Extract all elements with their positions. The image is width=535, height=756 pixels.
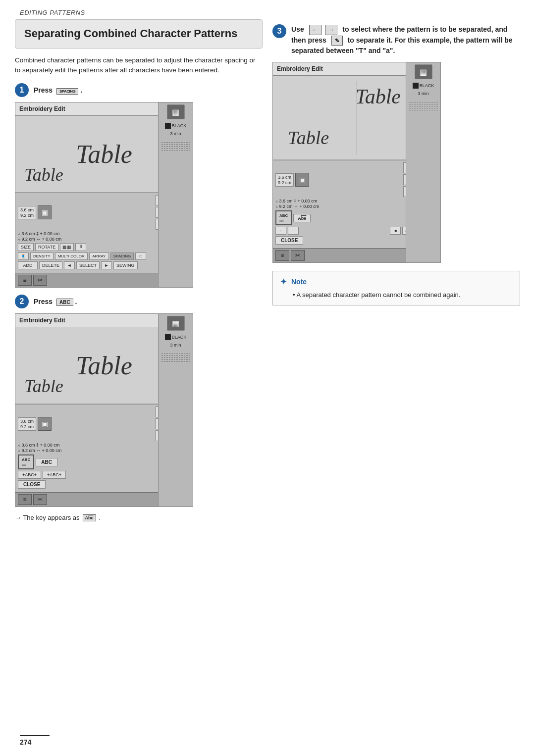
- pattern-icon-3: ▣: [295, 173, 309, 187]
- pencil-btn[interactable]: ✎: [331, 36, 343, 46]
- title-box: Separating Combined Character Patterns: [15, 19, 263, 49]
- time-label-2: 3 min: [170, 343, 181, 348]
- arrow-right-btn-3[interactable]: →: [288, 227, 299, 235]
- step-2-note: → The key appears as Abc .: [15, 514, 263, 521]
- color-swatch-3: [413, 83, 419, 89]
- size-display-2: 3.6 cm 9.2 cm: [18, 417, 36, 431]
- screen-1-title: Embroidery Edit: [19, 105, 65, 112]
- abe-3[interactable]: Abe: [293, 214, 311, 222]
- spool-icon-2: ▦: [167, 316, 185, 331]
- thread-lines-1: [161, 141, 190, 152]
- intro-text: Combined character patterns can be separ…: [15, 55, 263, 76]
- page-header: EDITING PATTERNS: [0, 0, 535, 19]
- page-number: 274: [20, 735, 50, 746]
- separation-line: [357, 81, 357, 154]
- step-1-label: Press SPACING .: [34, 86, 82, 95]
- screen-3-title: Embroidery Edit: [277, 65, 323, 72]
- right-panel-3: ▦ BLACK 3 min: [406, 62, 440, 262]
- left-column: Separating Combined Character Patterns C…: [15, 19, 263, 528]
- needle-btn-1[interactable]: 🧵: [18, 252, 29, 260]
- select-btn-1[interactable]: SELECT: [76, 261, 100, 269]
- step-3-circle: 3: [272, 24, 286, 38]
- delete-btn-1[interactable]: DELETE: [39, 261, 62, 269]
- step-2-header: 2 Press ABC .: [15, 295, 263, 308]
- abc-plus-left-btn[interactable]: +ABC+: [18, 471, 41, 479]
- step-3-screen: Embroidery Edit ⌂ Table Table ▦: [272, 62, 441, 263]
- select-prev-3[interactable]: ◄: [390, 227, 401, 235]
- add-btn-1[interactable]: ADD: [18, 261, 38, 269]
- grid-btn-1[interactable]: ▦▦: [60, 243, 74, 251]
- canvas-text-big-2: Table: [76, 351, 132, 380]
- color-info-3: BLACK: [413, 83, 434, 89]
- right-arrow-btn[interactable]: →: [325, 25, 337, 35]
- menu-icon-1[interactable]: ≡: [18, 275, 32, 286]
- canvas-text-big-1: Table: [76, 140, 132, 169]
- right-column: 3 Use ← → to select where the pattern is…: [272, 19, 520, 528]
- screen-2-title: Embroidery Edit: [19, 317, 65, 324]
- spacing-btn-1[interactable]: SPACING: [110, 252, 134, 260]
- size-display-1: 3.6 cm 9.2 cm: [18, 206, 36, 219]
- spacer-1: [49, 275, 160, 286]
- scissors-icon-1[interactable]: ✂: [33, 275, 47, 286]
- array-btn-1[interactable]: ARRAY: [89, 252, 109, 260]
- sewing-btn-1[interactable]: SEWING: [113, 261, 138, 269]
- step-1-screen: Embroidery Edit ⌂ Table Table ▦ B: [15, 102, 193, 288]
- abc-changed-key: Abc: [83, 514, 96, 521]
- scissors-icon-2[interactable]: ✂: [33, 494, 47, 505]
- prev-btn-1[interactable]: ◄: [64, 261, 75, 269]
- page-title: Separating Combined Character Patterns: [24, 27, 253, 41]
- density-btn-1[interactable]: DENSITY: [30, 252, 54, 260]
- right-panel-1: ▦ BLACK 3 min: [158, 102, 193, 287]
- canvas-text-small-2: Table: [24, 376, 63, 397]
- step-3-header: 3 Use ← → to select where the pattern is…: [272, 19, 520, 56]
- arrow-left-btn-3[interactable]: ←: [275, 227, 286, 235]
- spacing-key[interactable]: SPACING: [56, 88, 78, 95]
- note-box: ✦ Note • A separated character pattern c…: [272, 271, 520, 305]
- thread-lines-2: [161, 352, 190, 363]
- next-btn-1[interactable]: ►: [101, 261, 112, 269]
- canvas-text-small-1: Table: [24, 164, 63, 185]
- step-1-circle: 1: [15, 83, 29, 97]
- close-btn-3[interactable]: CLOSE: [275, 236, 303, 245]
- abc-plus-right-btn[interactable]: +ABC+: [43, 471, 66, 479]
- color-info-1: BLACK: [165, 123, 187, 129]
- size-btn-1[interactable]: SIZE: [18, 243, 34, 251]
- dots-btn-1[interactable]: ⠿: [75, 243, 86, 251]
- step-2-circle: 2: [15, 295, 29, 308]
- thread-lines-3: [409, 101, 438, 112]
- canvas-text-bottom-3: Table: [288, 127, 329, 149]
- spacer-3: [306, 250, 407, 261]
- spacer-2: [49, 494, 160, 505]
- rotate-btn-1[interactable]: ROTATE: [35, 243, 58, 251]
- step-2-label: Press ABC .: [34, 298, 77, 306]
- multicolor-btn-1[interactable]: MULTI COLOR: [55, 252, 88, 260]
- scissors-icon-3[interactable]: ✂: [291, 250, 305, 261]
- color-swatch-2: [165, 334, 171, 340]
- spool-icon-3: ▦: [415, 64, 432, 79]
- menu-icon-3[interactable]: ≡: [275, 250, 289, 261]
- right-panel-2: ▦ BLACK 3 min: [158, 314, 193, 506]
- extra-btn-1[interactable]: □: [135, 252, 146, 260]
- abc-sel-3[interactable]: ABC ━━: [275, 210, 292, 225]
- offset-display-1: ⬦ 3.6 cm ‡ + 0.00 cm ⬦ 9.2 cm ↔ + 0.00 c…: [18, 231, 61, 242]
- color-label-2: BLACK: [172, 335, 187, 340]
- note-title: Note: [291, 278, 307, 286]
- note-content: A separated character pattern cannot be …: [296, 291, 460, 299]
- offset-display-3: ⬦ 3.6 cm ‡ + 0.00 cm ⬦ 9.2 cm ↔ + 0.00 c…: [275, 199, 319, 209]
- note-header: ✦ Note: [280, 276, 513, 287]
- close-btn-2[interactable]: CLOSE: [18, 480, 46, 489]
- color-info-2: BLACK: [165, 334, 187, 340]
- abc-selected-btn[interactable]: ABC ━━: [18, 454, 34, 469]
- spool-symbol-1: ▦: [172, 107, 179, 117]
- note-star-icon: ✦: [280, 276, 287, 287]
- pattern-icon-1: ▣: [38, 205, 52, 219]
- offset-display-2: ⬦ 3.6 cm ‡ + 0.00 cm ⬦ 9.2 cm ↔ + 0.00 c…: [18, 443, 61, 453]
- abc-key-press[interactable]: ABC: [56, 299, 73, 306]
- color-label-3: BLACK: [420, 83, 434, 88]
- left-arrow-btn[interactable]: ←: [309, 25, 321, 35]
- menu-icon-2[interactable]: ≡: [18, 494, 32, 505]
- abc-plain-btn[interactable]: ABC: [36, 458, 57, 466]
- step-2-screen: Embroidery Edit ⌂ Table Table ▦ B: [15, 313, 193, 507]
- canvas-area-2: Table Table ▦ BLACK 3 min: [15, 327, 193, 404]
- pattern-icon-2: ▣: [38, 417, 52, 431]
